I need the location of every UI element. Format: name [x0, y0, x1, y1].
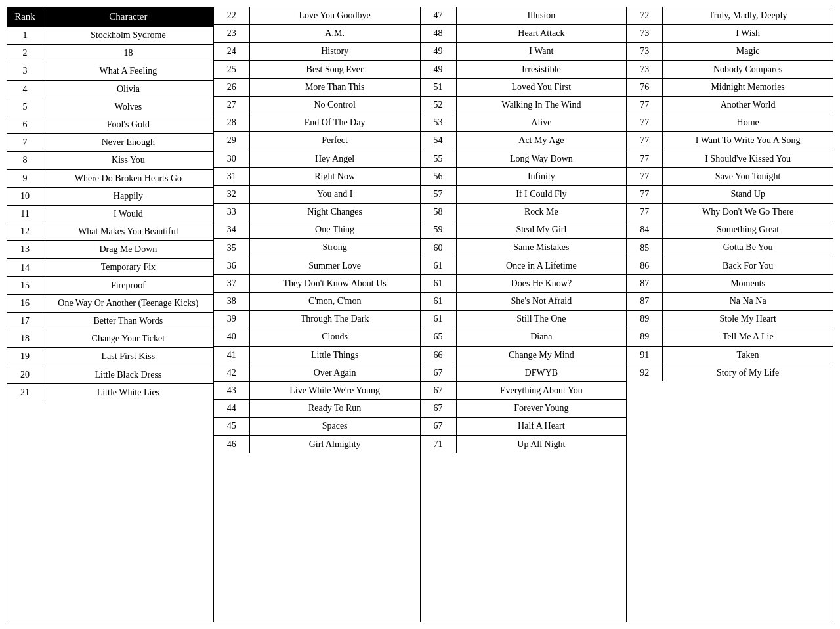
song-name-cell: Something Great [663, 221, 833, 238]
song-name-cell: You and I [250, 186, 420, 203]
rank-cell: 41 [214, 347, 250, 364]
rank-cell: 13 [7, 241, 43, 258]
table-row: 8Kiss You [7, 151, 213, 169]
rank-cell: 10 [7, 188, 43, 205]
song-name-cell: Still The One [457, 311, 627, 328]
rank-cell: 47 [421, 7, 457, 24]
table-row: 84Something Great [627, 221, 833, 238]
song-name-cell: Last First Kiss [43, 348, 213, 365]
song-name-cell: Little Black Dress [43, 366, 213, 383]
rank-cell: 7 [7, 134, 43, 151]
rank-cell: 27 [214, 97, 250, 114]
rank-cell: 61 [421, 293, 457, 310]
table-row: 5Wolves [7, 98, 213, 116]
table-row: 36Summer Love [214, 257, 420, 274]
rank-cell: 34 [214, 221, 250, 238]
song-name-cell: Change Your Ticket [43, 330, 213, 347]
table-row: 46Girl Almighty [214, 435, 420, 453]
song-name-cell: Up All Night [457, 436, 627, 453]
table-row: 34One Thing [214, 221, 420, 238]
rank-cell: 17 [7, 313, 43, 330]
table-row: 61Does He Know? [421, 274, 627, 292]
table-row: 30Hey Angel [214, 150, 420, 167]
rank-cell: 77 [627, 168, 663, 185]
table-row: 37They Don't Know About Us [214, 274, 420, 292]
rank-cell: 6 [7, 116, 43, 133]
table-row: 58Rock Me [421, 203, 627, 221]
song-name-cell: Story of My Life [663, 364, 833, 381]
song-name-cell: If I Could Fly [457, 186, 627, 203]
rank-cell: 67 [421, 400, 457, 417]
table-row: 6Fool's Gold [7, 116, 213, 133]
table-row: 16One Way Or Another (Teenage Kicks) [7, 294, 213, 312]
song-name-cell: Half A Heart [457, 418, 627, 435]
table-row: 86Back For You [627, 257, 833, 274]
song-name-cell: Perfect [250, 132, 420, 149]
table-row: 61Once in A Lifetime [421, 257, 627, 274]
column-2: 22Love You Goodbye23A.M.24History25Best … [213, 7, 420, 622]
rank-cell: 3 [7, 62, 43, 79]
table-row: 31Right Now [214, 167, 420, 185]
table-row: 3What A Feeling [7, 62, 213, 79]
song-name-cell: Act My Age [457, 132, 627, 149]
table-row: 67Half A Heart [421, 417, 627, 435]
table-row: 49I Want [421, 42, 627, 60]
table-row: 77Save You Tonight [627, 167, 833, 185]
table-row: 33Night Changes [214, 203, 420, 221]
song-name-cell: Little White Lies [43, 384, 213, 401]
table-row: 87Na Na Na [627, 292, 833, 310]
table-row: 52Walking In The Wind [421, 96, 627, 114]
song-name-cell: Another World [663, 97, 833, 114]
rank-cell: 40 [214, 328, 250, 345]
song-name-cell: History [250, 43, 420, 60]
rank-cell: 76 [627, 79, 663, 96]
rank-cell: 14 [7, 259, 43, 276]
table-row: 12What Makes You Beautiful [7, 223, 213, 240]
table-row: 77Another World [627, 96, 833, 114]
rank-cell: 20 [7, 366, 43, 383]
table-row: 91Taken [627, 346, 833, 364]
rank-cell: 26 [214, 79, 250, 96]
song-name-cell: Na Na Na [663, 293, 833, 310]
table-row: 77Home [627, 114, 833, 131]
table-row: 92Story of My Life [627, 364, 833, 381]
rank-cell: 67 [421, 418, 457, 435]
song-name-cell: Rock Me [457, 204, 627, 221]
table-row: 14Temporary Fix [7, 258, 213, 276]
song-name-cell: Nobody Compares [663, 61, 833, 78]
column-3: 47Illusion48Heart Attack49I Want49Irresi… [420, 7, 627, 622]
table-row: 32You and I [214, 185, 420, 203]
table-row: 73Magic [627, 42, 833, 60]
table-row: 39Through The Dark [214, 310, 420, 328]
rank-cell: 86 [627, 257, 663, 274]
table-row: 76Midnight Memories [627, 78, 833, 96]
song-name-cell: I Should've Kissed You [663, 150, 833, 167]
rank-cell: 49 [421, 43, 457, 60]
table-row: 89Tell Me A Lie [627, 328, 833, 345]
page: RankCharacter1Stockholm Sydrome2183What … [0, 0, 840, 629]
song-name-cell: Better Than Words [43, 313, 213, 330]
table-row: 11I Would [7, 205, 213, 223]
song-name-cell: What Makes You Beautiful [43, 223, 213, 240]
song-name-cell: DFWYB [457, 364, 627, 381]
rank-cell: 55 [421, 150, 457, 167]
table-row: 17Better Than Words [7, 312, 213, 330]
table-row: 67Forever Young [421, 399, 627, 417]
song-name-cell: Midnight Memories [663, 79, 833, 96]
table-row: 21Little White Lies [7, 383, 213, 401]
song-name-cell: Tell Me A Lie [663, 328, 833, 345]
rank-cell: 28 [214, 114, 250, 131]
table-row: 73I Wish [627, 24, 833, 42]
song-name-cell: Wolves [43, 98, 213, 116]
rank-cell: 32 [214, 186, 250, 203]
song-name-cell: Through The Dark [250, 311, 420, 328]
rank-cell: 91 [627, 347, 663, 364]
song-name-cell: One Thing [250, 221, 420, 238]
song-name-cell: Alive [457, 114, 627, 131]
rank-cell: 15 [7, 277, 43, 294]
rank-cell: 5 [7, 98, 43, 116]
rank-cell: 58 [421, 204, 457, 221]
rank-cell: 19 [7, 348, 43, 365]
table-row: 55Long Way Down [421, 150, 627, 167]
rank-cell: 56 [421, 168, 457, 185]
